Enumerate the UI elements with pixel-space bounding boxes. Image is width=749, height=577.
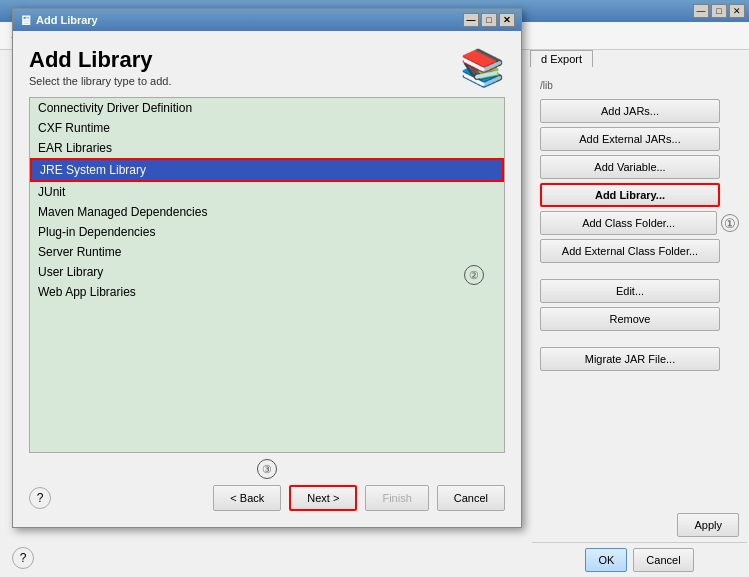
bottom-help-btn-area: ?: [12, 547, 34, 569]
right-panel: /lib Add JARs... Add External JARs... Ad…: [532, 72, 747, 379]
ide-cancel-btn[interactable]: Cancel: [633, 548, 693, 572]
add-variable-btn[interactable]: Add Variable...: [540, 155, 720, 179]
list-item[interactable]: Plug-in Dependencies: [30, 222, 504, 242]
list-item[interactable]: User Library: [30, 262, 504, 282]
path-hint: /lib: [540, 80, 739, 91]
list-item[interactable]: CXF Runtime: [30, 118, 504, 138]
cancel-btn[interactable]: Cancel: [437, 485, 505, 511]
bottom-help-btn[interactable]: ?: [12, 547, 34, 569]
ide-minimize-btn[interactable]: —: [693, 4, 709, 18]
list-item[interactable]: Connectivity Driver Definition: [30, 98, 504, 118]
dialog-titlebar: 🖥 Add Library — □ ✕: [13, 9, 521, 31]
ide-maximize-btn[interactable]: □: [711, 4, 727, 18]
add-library-dialog: 🖥 Add Library — □ ✕ Add Library Select t…: [12, 8, 522, 528]
add-external-class-folder-btn[interactable]: Add External Class Folder...: [540, 239, 720, 263]
annotation-2-area: ②: [464, 265, 484, 285]
apply-btn[interactable]: Apply: [677, 513, 739, 537]
edit-btn[interactable]: Edit...: [540, 279, 720, 303]
dialog-minimize-btn[interactable]: —: [463, 13, 479, 27]
add-external-jars-btn[interactable]: Add External JARs...: [540, 127, 720, 151]
dialog-header-icon: 📚: [460, 47, 505, 89]
annotation-3-area: ③: [29, 461, 505, 477]
finish-btn[interactable]: Finish: [365, 485, 428, 511]
list-item[interactable]: Maven Managed Dependencies: [30, 202, 504, 222]
list-item-selected[interactable]: JRE System Library: [30, 158, 504, 182]
list-item[interactable]: Server Runtime: [30, 242, 504, 262]
export-tab[interactable]: d Export: [530, 50, 593, 67]
ide-close-btn[interactable]: ✕: [729, 4, 745, 18]
annotation-3-circle: ③: [257, 459, 277, 479]
ide-bottom-bar: OK Cancel: [532, 542, 747, 577]
migrate-jar-btn[interactable]: Migrate JAR File...: [540, 347, 720, 371]
next-btn[interactable]: Next >: [289, 485, 357, 511]
dialog-maximize-btn[interactable]: □: [481, 13, 497, 27]
ok-btn[interactable]: OK: [585, 548, 627, 572]
dialog-main-title: Add Library: [29, 47, 171, 73]
dialog-header: Add Library Select the library type to a…: [29, 47, 505, 89]
back-btn[interactable]: < Back: [213, 485, 281, 511]
add-library-btn[interactable]: Add Library...: [540, 183, 720, 207]
add-class-folder-btn[interactable]: Add Class Folder...: [540, 211, 717, 235]
dialog-title-icon: 🖥: [19, 13, 32, 28]
dialog-titlebar-controls: — □ ✕: [463, 13, 515, 27]
dialog-subtitle: Select the library type to add.: [29, 75, 171, 87]
dialog-title-area: 🖥 Add Library: [19, 13, 463, 28]
dialog-footer: ? < Back Next > Finish Cancel: [29, 477, 505, 511]
annotation-2-circle: ②: [464, 265, 484, 285]
ide-titlebar-controls: — □ ✕: [693, 4, 745, 18]
dialog-header-text: Add Library Select the library type to a…: [29, 47, 171, 87]
annotation-1-circle: ①: [721, 214, 739, 232]
dialog-body: Add Library Select the library type to a…: [13, 31, 521, 527]
dialog-close-btn[interactable]: ✕: [499, 13, 515, 27]
apply-btn-area: Apply: [532, 507, 747, 542]
list-item[interactable]: JUnit: [30, 182, 504, 202]
remove-btn[interactable]: Remove: [540, 307, 720, 331]
dialog-help-btn[interactable]: ?: [29, 487, 51, 509]
add-jars-btn[interactable]: Add JARs...: [540, 99, 720, 123]
library-list[interactable]: Connectivity Driver Definition CXF Runti…: [29, 97, 505, 453]
dialog-titlebar-label: Add Library: [36, 14, 98, 26]
list-item[interactable]: EAR Libraries: [30, 138, 504, 158]
list-item[interactable]: Web App Libraries: [30, 282, 504, 302]
